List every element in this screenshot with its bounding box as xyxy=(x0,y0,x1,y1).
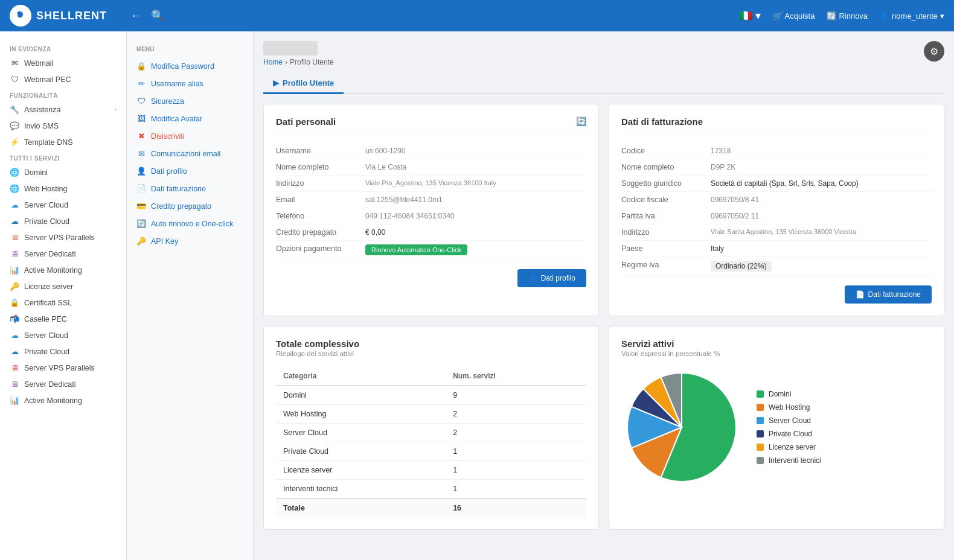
bottom-cards-row: Totale complessivo Riepilogo dei servizi… xyxy=(263,326,944,530)
card-dati-fatturazione: Dati di fatturazione Codice 17318 Nome c… xyxy=(609,104,944,316)
sidebar-item-assistenza[interactable]: 🔧 Assistenza › xyxy=(0,101,126,118)
vps-icon-2: 🖥 xyxy=(10,363,19,372)
sidebar-item-monitoring-1[interactable]: 📊 Active Monitoring xyxy=(0,262,126,278)
sidebar-label-vps: Server VPS Parallels xyxy=(24,234,95,242)
menu-item-comunicazioni[interactable]: ✉ Comunicazioni email xyxy=(127,145,253,162)
tab-profilo[interactable]: ▶ Profilo Utente xyxy=(263,74,344,94)
menu-item-alias[interactable]: ✏ Username alias xyxy=(127,75,253,92)
sidebar-item-webmail[interactable]: ✉ Webmail xyxy=(0,55,126,71)
sidebar-item-servercloud-2[interactable]: ☁ Server Cloud xyxy=(0,327,126,343)
sidebar-item-pec[interactable]: 📬 Caselle PEC xyxy=(0,311,126,327)
key-icon: 🔑 xyxy=(136,237,146,246)
cell-categoria: Licenze server xyxy=(276,461,446,480)
legend-dot xyxy=(757,404,764,411)
codice-label: Codice xyxy=(621,147,706,155)
sidebar-label-pec: Caselle PEC xyxy=(24,315,67,323)
regime-value: Ordinario (22%) xyxy=(711,261,772,272)
sidebar-item-dedicati[interactable]: 🖥 Server Dedicati xyxy=(0,246,126,262)
sidebar-item-licenze[interactable]: 🔑 Licenze server xyxy=(0,278,126,294)
row-soggetto: Soggetto giuridico Società di capitali (… xyxy=(621,176,932,192)
topnav-right: 🇮🇹 ▾ 🛒 Acquista 🔄 Rinnova 👤 nome_utente … xyxy=(739,9,945,22)
user-dropdown-icon: ▾ xyxy=(940,11,944,21)
opzioni-badge: Rinnovo Automatico One-Click xyxy=(365,244,467,255)
dati-profilo-button[interactable]: 👤 Dati profilo xyxy=(517,269,586,287)
row-nomecompleto: Nome completo Via Le Costa xyxy=(276,159,586,176)
user-link[interactable]: 👤 nome_utente ▾ xyxy=(880,11,944,21)
sidebar-item-servercloud-1[interactable]: ☁ Server Cloud xyxy=(0,197,126,213)
section-funzionalita-title: FUNZIONALITÀ xyxy=(0,88,126,101)
x-icon: ✖ xyxy=(136,132,146,141)
cloud-icon-2: ☁ xyxy=(10,331,19,340)
menu-item-avatar[interactable]: 🖼 Modifica Avatar xyxy=(127,110,253,127)
server-dedicati-icon: 🖥 xyxy=(10,249,19,258)
col-num: Num. servizi xyxy=(446,367,586,386)
rinnova-link[interactable]: 🔄 Rinnova xyxy=(827,11,868,21)
lock-icon: 🔒 xyxy=(136,62,146,71)
breadcrumb-home[interactable]: Home xyxy=(263,58,283,66)
sidebar-item-privatecloud[interactable]: ☁ Private Cloud xyxy=(0,213,126,229)
dati-fatturazione-title: Dati di fatturazione xyxy=(621,116,932,133)
cell-num: 2 xyxy=(446,405,586,424)
nomecompleto-label: Nome completo xyxy=(276,163,360,171)
menu-item-password[interactable]: 🔒 Modifica Password xyxy=(127,57,253,75)
menu-item-disiscriviti[interactable]: ✖ Disiscriviti xyxy=(127,127,253,145)
sidebar-item-dns[interactable]: ⚡ Template DNS xyxy=(0,134,126,150)
sidebar-item-sms[interactable]: 💬 Invio SMS xyxy=(0,118,126,134)
sidebar-item-privatecloud-2[interactable]: ☁ Private Cloud xyxy=(0,343,126,360)
user-menu-icon: 👤 xyxy=(136,167,146,176)
back-button[interactable]: ← xyxy=(130,10,141,22)
table-row: Server Cloud2 xyxy=(276,424,586,442)
legend-label: Server Cloud xyxy=(769,416,811,425)
sidebar-item-webhosting[interactable]: 🌐 Web Hosting xyxy=(0,180,126,197)
search-button[interactable]: 🔍 xyxy=(151,9,164,22)
menu-item-dati-fatturazione[interactable]: 📄 Dati fatturazione xyxy=(127,180,253,197)
sidebar-item-dedicati-2[interactable]: 🖥 Server Dedicati xyxy=(0,376,126,392)
legend-item: Interventi tecnici xyxy=(757,456,829,465)
card-totale: Totale complessivo Riepilogo dei servizi… xyxy=(263,326,599,530)
sidebar-item-domini[interactable]: 🌐 Domini xyxy=(0,164,126,180)
cell-categoria: Server Cloud xyxy=(276,424,446,442)
refresh-button[interactable]: 🔄 xyxy=(576,116,586,126)
settings-button[interactable]: ⚙ xyxy=(924,41,944,62)
dns-icon: ⚡ xyxy=(10,138,19,147)
sms-icon: 💬 xyxy=(10,121,19,130)
sidebar-item-vps[interactable]: 🖥 Server VPS Parallels xyxy=(0,229,126,246)
menu-item-autorinnovo[interactable]: 🔄 Auto rinnovo e One-click xyxy=(127,215,253,232)
acquista-link[interactable]: 🛒 Acquista xyxy=(773,11,815,21)
servizi-attivi-title: Servizi attivi xyxy=(621,339,932,349)
avatar-icon: 🖼 xyxy=(136,114,146,123)
menu-label-apikey: API Key xyxy=(151,237,178,246)
menu-item-dati-profilo[interactable]: 👤 Dati profilo xyxy=(127,162,253,180)
totale-table: Categoria Num. servizi Domini9Web Hostin… xyxy=(276,367,586,517)
menu-item-credito[interactable]: 💳 Credito prepagato xyxy=(127,197,253,215)
logo-icon xyxy=(10,5,31,27)
legend-dot xyxy=(757,444,764,451)
sidebar-label-monitoring-1: Active Monitoring xyxy=(24,266,82,275)
sidebar-item-ssl[interactable]: 🔒 Certificati SSL xyxy=(0,294,126,311)
legend-item: Private Cloud xyxy=(757,430,829,438)
renew-menu-icon: 🔄 xyxy=(136,219,146,228)
logo[interactable]: SHELLRENT xyxy=(10,5,130,27)
codice-value: 17318 xyxy=(711,147,731,155)
legend-label: Private Cloud xyxy=(769,430,812,438)
totale-title: Totale complessivo xyxy=(276,339,586,349)
flag-icon[interactable]: 🇮🇹 ▾ xyxy=(739,9,761,22)
breadcrumb: Home › Profilo Utente xyxy=(263,58,944,66)
sidebar-label-sms: Invio SMS xyxy=(24,122,59,130)
sidebar-label-dedicati: Server Dedicati xyxy=(24,250,75,258)
legend-dot xyxy=(757,417,764,424)
shield-icon: 🛡 xyxy=(10,75,19,84)
table-row: Totale16 xyxy=(276,498,586,517)
legend-item: Domini xyxy=(757,390,829,398)
menu-item-apikey[interactable]: 🔑 API Key xyxy=(127,232,253,250)
page-header: Home › Profilo Utente xyxy=(263,41,944,66)
sidebar-label-servercloud-1: Server Cloud xyxy=(24,201,68,209)
row-regime: Regime iva Ordinario (22%) xyxy=(621,257,932,276)
sidebar-item-webmail-pec[interactable]: 🛡 Webmail PEC xyxy=(0,71,126,88)
user-icon: 👤 xyxy=(880,11,889,21)
sidebar-item-vps-2[interactable]: 🖥 Server VPS Parallels xyxy=(0,360,126,376)
sidebar-item-monitoring-2[interactable]: 📊 Active Monitoring xyxy=(0,392,126,409)
dati-fatturazione-button[interactable]: 📄 Dati fatturazione xyxy=(845,285,932,304)
menu-item-sicurezza[interactable]: 🛡 Sicurezza xyxy=(127,92,253,110)
cell-categoria: Web Hosting xyxy=(276,405,446,424)
